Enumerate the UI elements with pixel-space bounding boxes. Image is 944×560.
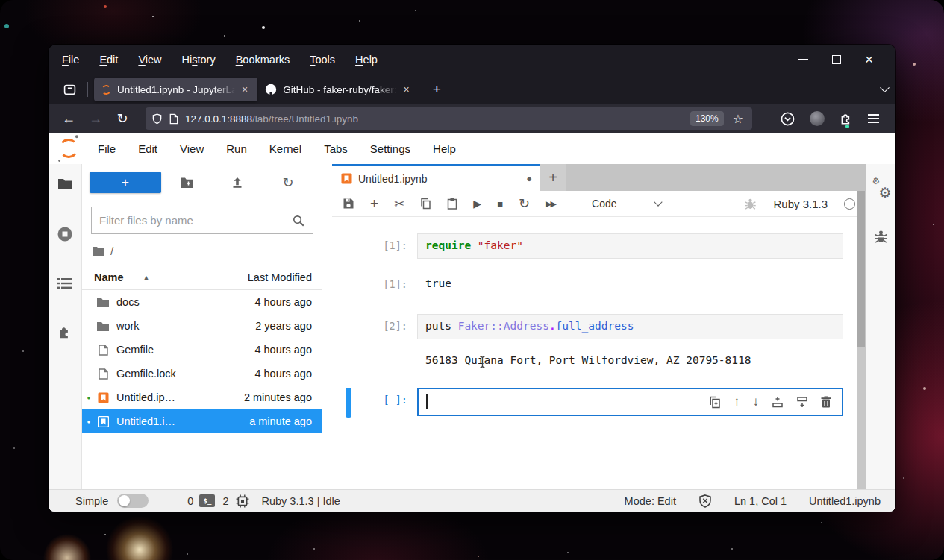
new-tab-button[interactable]: + [427,81,447,98]
code-cell-2[interactable]: [2]: puts Faker::Address.full_address [332,314,866,344]
file-row-untitled[interactable]: ● Untitled.ip… 2 minutes ago [82,386,322,409]
active-file-name[interactable]: Untitled1.ipynb [809,495,881,507]
browser-menu-edit[interactable]: Edit [99,54,118,66]
interrupt-kernel-button[interactable]: ■ [497,198,503,210]
breadcrumb[interactable]: / [82,239,322,262]
new-folder-button[interactable] [161,177,212,189]
file-row-work[interactable]: work 2 years ago [82,314,322,338]
simple-mode-toggle[interactable] [117,494,149,508]
shield-icon[interactable] [151,113,163,125]
sort-by-name-header[interactable]: Name▲ [82,271,193,283]
jp-menu-help[interactable]: Help [433,142,456,155]
url-bar[interactable]: 127.0.0.1:8888/lab/tree/Untitled1.ipynb … [146,107,752,130]
browser-tab-github[interactable]: GitHub - faker-ruby/faker: × [257,78,419,101]
breadcrumb-root[interactable]: / [110,245,113,257]
list-all-tabs-icon[interactable] [881,83,888,96]
reload-button[interactable]: ↻ [111,110,134,127]
debugger-toggle-icon[interactable] [744,198,757,210]
move-cell-down-icon[interactable]: ↓ [753,394,760,409]
app-menu-icon[interactable] [868,114,879,123]
browser-menu-help[interactable]: Help [355,54,378,66]
extension-manager-tab-icon[interactable] [57,324,72,339]
jp-menu-tabs[interactable]: Tabs [324,142,348,155]
file-row-docs[interactable]: docs 4 hours ago [82,290,322,314]
property-inspector-tab-icon[interactable]: ⚙⚙ [872,180,890,198]
bookmark-star-icon[interactable]: ☆ [733,112,743,126]
browser-menu-bookmarks[interactable]: Bookmarks [236,54,290,66]
panel-splitter[interactable] [322,164,332,489]
browser-menu-tools[interactable]: Tools [310,54,335,66]
filter-files-box[interactable] [91,207,313,234]
cell-collapser[interactable] [346,314,351,344]
paste-cells-button[interactable] [447,198,457,210]
refresh-file-list-button[interactable]: ↻ [263,174,313,191]
code-cell-1[interactable]: [1]: require "faker" [332,233,866,263]
duplicate-cell-icon[interactable] [709,396,721,409]
scrollbar-thumb[interactable] [857,191,865,347]
insert-cell-below-icon[interactable] [796,397,808,408]
home-folder-icon[interactable] [93,246,104,256]
running-kernels-tab-icon[interactable] [57,226,73,242]
new-launcher-button[interactable]: + [90,172,161,193]
code-editor-active[interactable]: ↑ ↓ [417,388,843,416]
upload-button[interactable] [212,177,263,189]
output-collapser[interactable] [346,272,351,302]
maximize-button[interactable] [832,55,841,64]
page-info-icon[interactable] [169,113,179,125]
tab-close-icon[interactable]: × [401,83,411,96]
insert-cell-above-icon[interactable] [772,397,784,408]
kernels-count[interactable]: 2 [222,495,228,507]
code-editor[interactable]: puts Faker::Address.full_address [417,314,843,339]
mode-indicator[interactable]: Mode: Edit [625,495,676,507]
file-row-untitled1-selected[interactable]: ● Untitled1.i… a minute ago [82,409,322,433]
restart-kernel-button[interactable]: ↻ [519,195,530,212]
browser-menu-history[interactable]: History [182,54,216,66]
jp-menu-view[interactable]: View [180,142,204,155]
kernel-status-text[interactable]: Ruby 3.1.3 | Idle [261,495,340,507]
browser-menu-file[interactable]: File [62,54,79,66]
code-cell-active[interactable]: [ ]: ↑ ↓ [332,388,866,418]
firefox-view-icon[interactable] [59,79,80,100]
sort-by-modified-header[interactable]: Last Modified [193,265,322,289]
restart-run-all-button[interactable]: ▶▶ [546,199,555,209]
cut-cells-button[interactable]: ✂ [394,196,404,212]
cell-collapser[interactable] [346,233,351,263]
tab-close-icon[interactable]: × [240,83,250,96]
insert-cell-button[interactable]: + [370,195,378,212]
run-cell-button[interactable]: ▶ [473,198,481,210]
kernel-name[interactable]: Ruby 3.1.3 [773,198,828,210]
delete-cell-icon[interactable] [821,396,831,408]
table-of-contents-tab-icon[interactable] [57,277,72,289]
jp-menu-run[interactable]: Run [226,142,247,155]
cell-type-dropdown[interactable]: Code [592,198,661,210]
copy-cells-button[interactable] [420,198,431,210]
file-browser-tab-icon[interactable] [57,177,72,191]
file-row-gemfile[interactable]: Gemfile 4 hours ago [82,338,322,362]
browser-tab-jupyterlab[interactable]: Untitled1.ipynb - JupyterLa × [94,78,257,101]
cursor-position[interactable]: Ln 1, Col 1 [734,495,787,507]
save-button[interactable] [343,198,354,210]
notebook-tab-untitled1[interactable]: Untitled1.ipynb ● [332,164,540,191]
filter-files-input[interactable] [99,214,292,227]
notifications-off-icon[interactable] [698,494,712,508]
browser-menu-view[interactable]: View [138,54,161,66]
active-cell-collapser[interactable] [346,388,351,418]
forward-button[interactable]: → [84,111,107,127]
move-cell-up-icon[interactable]: ↑ [734,394,740,409]
kernel-status-icon[interactable] [844,198,855,210]
debugger-tab-icon[interactable] [874,230,888,244]
minimize-button[interactable] [798,59,808,60]
code-editor[interactable]: require "faker" [417,233,843,259]
terminals-count[interactable]: 0 [187,495,193,507]
jp-menu-settings[interactable]: Settings [370,142,410,155]
output-collapser[interactable] [346,349,351,379]
account-avatar[interactable] [810,111,825,126]
jp-menu-edit[interactable]: Edit [138,142,157,155]
close-button[interactable]: × [865,55,873,64]
add-notebook-tab-button[interactable]: + [540,164,566,191]
file-row-gemfile-lock[interactable]: Gemfile.lock 4 hours ago [82,362,322,386]
jp-menu-file[interactable]: File [98,142,116,155]
zoom-level-badge[interactable]: 130% [690,111,724,126]
back-button[interactable]: ← [57,111,80,127]
jp-menu-kernel[interactable]: Kernel [269,142,301,155]
